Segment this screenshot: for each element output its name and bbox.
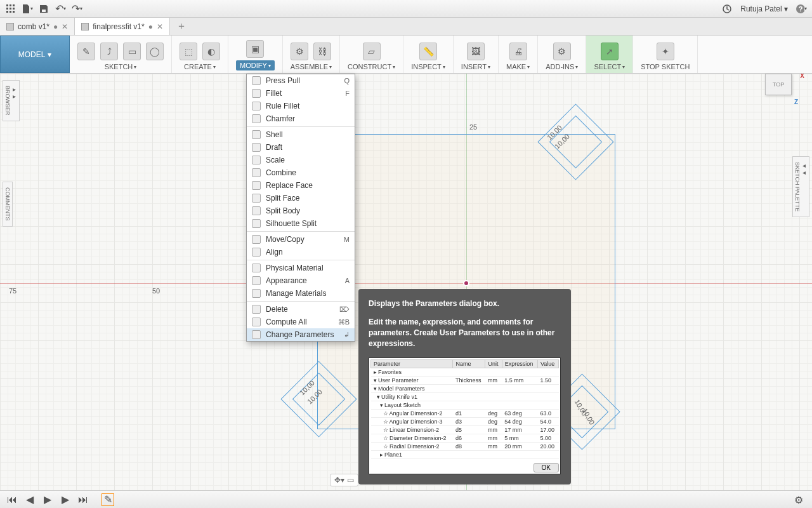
menu-item-icon — [252, 156, 261, 164]
apps-grid-icon[interactable] — [5, 3, 16, 15]
revolve-icon: ◐ — [202, 43, 220, 60]
assemble-icon: ⛓ — [313, 43, 331, 60]
menu-item-move-copy[interactable]: Move/CopyM — [247, 233, 355, 246]
new-tab-button[interactable]: ＋ — [170, 18, 193, 35]
help-icon[interactable]: ?▾ — [796, 3, 807, 15]
ribbon-make[interactable]: 🖨MAKE▾ — [499, 36, 538, 73]
menu-item-chamfer[interactable]: Chamfer — [247, 112, 355, 125]
menu-item-label: Replace Face — [266, 181, 350, 190]
menu-item-appearance[interactable]: AppearanceA — [247, 274, 355, 287]
param-cell — [502, 401, 537, 410]
param-cell: 63 deg — [502, 410, 537, 418]
view-cube-face[interactable]: TOP — [765, 74, 792, 95]
menu-item-replace-face[interactable]: Replace Face — [247, 179, 355, 192]
param-cell: 17.00 — [537, 426, 558, 434]
document-tab[interactable]: comb v1* ● ✕ — [0, 18, 75, 35]
param-cell: d3 — [453, 418, 485, 426]
timeline-last-icon[interactable]: ⏭ — [77, 494, 89, 505]
comments-panel-tab[interactable]: COMMENTS — [3, 182, 13, 227]
dimension-left-1[interactable]: 75 — [9, 287, 16, 295]
document-tab-active[interactable]: finalpressfit v1* ● ✕ — [75, 18, 170, 35]
ribbon-addins[interactable]: ⚙ADD-INS▾ — [538, 36, 586, 73]
timeline-feature-icon[interactable]: ✎ — [102, 493, 114, 506]
select-icon: ➚ — [601, 43, 619, 60]
undo-icon[interactable]: ↶▾ — [55, 3, 66, 15]
close-tab-icon[interactable]: ✕ — [62, 22, 68, 31]
app-toolbar: ▾ ↶▾ ↷▾ Rutuja Patel ▾ ?▾ — [0, 0, 812, 18]
menu-item-change-parameters[interactable]: Change Parameters↲ — [247, 328, 355, 341]
close-tab-icon[interactable]: ✕ — [157, 22, 163, 31]
param-cell: 20 mm — [502, 443, 537, 451]
menu-item-fillet[interactable]: FilletF — [247, 87, 355, 100]
menu-item-compute-all[interactable]: Compute All⌘B — [247, 316, 355, 328]
ribbon-select[interactable]: ➚SELECT▾ — [586, 36, 633, 73]
param-cell: d1 — [453, 410, 485, 418]
timeline-prev-icon[interactable]: ◀ — [24, 494, 36, 505]
dimension-left-2[interactable]: 50 — [152, 287, 160, 295]
ok-button[interactable]: OK — [534, 463, 559, 472]
modify-dropdown: Press PullQFilletFRule FilletChamferShel… — [246, 74, 355, 342]
menu-item-rule-fillet[interactable]: Rule Fillet — [247, 100, 355, 112]
ribbon-inspect[interactable]: 📏INSPECT▾ — [403, 36, 454, 73]
viewport-toolbar[interactable]: ✥▾ ▭ — [330, 474, 358, 486]
menu-item-split-face[interactable]: Split Face — [247, 192, 355, 204]
sketch-palette-tab[interactable]: ◂◂SKETCH PALETTE — [792, 156, 809, 217]
param-cell: deg — [485, 410, 502, 418]
settings-gear-icon[interactable]: ⚙ — [794, 494, 806, 505]
timeline-play-icon[interactable]: ▶ — [42, 494, 53, 505]
menu-separator — [247, 301, 355, 302]
param-cell: ☆ Radial Dimension-2 — [371, 443, 453, 451]
param-cell: ▾ Utility Knife v1 — [371, 393, 453, 401]
menu-item-shortcut: ⌦ — [339, 305, 350, 314]
menu-item-combine[interactable]: Combine — [247, 166, 355, 179]
menu-item-shell[interactable]: Shell — [247, 128, 355, 141]
param-cell: ▸ Favorites — [371, 368, 453, 377]
menu-item-align[interactable]: Align — [247, 246, 355, 258]
menu-item-label: Silhouette Split — [266, 219, 350, 228]
menu-item-icon — [252, 235, 261, 244]
browser-panel-tab[interactable]: ▸▸BROWSER — [3, 80, 20, 121]
menu-item-silhouette-split[interactable]: Silhouette Split — [247, 217, 355, 230]
clock-icon[interactable] — [721, 3, 733, 15]
param-row: ☆ Angular Dimension-3d3deg54 deg54.0 — [371, 418, 559, 426]
view-cube[interactable]: TOP X Y Z — [761, 74, 799, 102]
menu-item-physical-material[interactable]: Physical Material — [247, 262, 355, 274]
param-cell: 54.0 — [537, 418, 558, 426]
menu-item-draft[interactable]: Draft — [247, 141, 355, 154]
param-cell: ▾ Layout Sketch — [371, 401, 453, 410]
timeline-next-icon[interactable]: ▶ — [60, 494, 71, 505]
menu-item-scale[interactable]: Scale — [247, 154, 355, 166]
display-icon[interactable]: ▭ — [347, 476, 354, 485]
group-label: INSERT — [461, 63, 487, 70]
save-icon[interactable] — [38, 3, 49, 15]
insert-icon: 🖼 — [467, 43, 485, 60]
param-cell: mm — [485, 443, 502, 451]
dimension-top[interactable]: 25 — [469, 123, 477, 131]
group-label: SKETCH — [105, 63, 133, 70]
menu-item-split-body[interactable]: Split Body — [247, 204, 355, 217]
origin-point[interactable] — [463, 280, 469, 286]
menu-item-label: Split Face — [266, 194, 350, 203]
ribbon-create[interactable]: ⬚◐CREATE▾ — [172, 36, 228, 73]
ribbon-construct[interactable]: ▱CONSTRUCT▾ — [340, 36, 403, 73]
menu-item-press-pull[interactable]: Press PullQ — [247, 74, 355, 87]
ribbon-assemble[interactable]: ⚙⛓ASSEMBLE▾ — [283, 36, 340, 73]
menu-item-shortcut: F — [345, 90, 350, 97]
new-file-icon[interactable]: ▾ — [22, 3, 33, 15]
menu-item-delete[interactable]: Delete⌦ — [247, 303, 355, 316]
user-menu[interactable]: Rutuja Patel ▾ — [740, 4, 788, 13]
ribbon-insert[interactable]: 🖼INSERT▾ — [454, 36, 499, 73]
ribbon-sketch[interactable]: ✎⤴▭◯SKETCH▾ — [70, 36, 172, 73]
param-cell: ▾ Model Parameters — [371, 385, 453, 393]
param-cell — [485, 368, 502, 377]
workspace-switcher[interactable]: MODEL ▾ — [0, 36, 70, 73]
ribbon-modify[interactable]: ▣MODIFY▾ — [228, 36, 283, 73]
menu-item-manage-materials[interactable]: Manage Materials — [247, 287, 355, 300]
ribbon-stopsketch[interactable]: ✦STOP SKETCH — [633, 36, 698, 73]
param-cell — [453, 451, 485, 459]
timeline-first-icon[interactable]: ⏮ — [6, 494, 18, 505]
menu-item-shortcut: ⌘B — [338, 318, 350, 326]
param-cell — [502, 385, 537, 393]
orbit-icon[interactable]: ✥▾ — [334, 476, 344, 485]
redo-icon[interactable]: ↷▾ — [71, 3, 82, 15]
